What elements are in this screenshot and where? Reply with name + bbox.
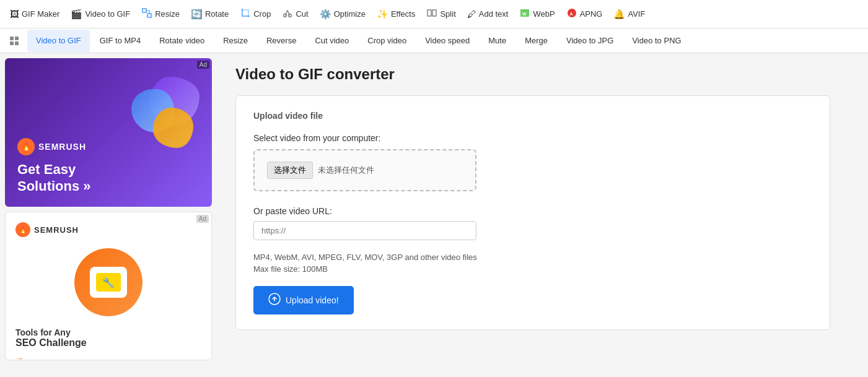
formats-text: MP4, WebM, AVI, MPEG, FLV, MOV, 3GP and … — [253, 253, 812, 262]
file-size-text: Max file size: 100MB — [253, 264, 812, 274]
crop-icon — [240, 7, 251, 20]
toolbar-add-text-label: Add text — [479, 9, 509, 19]
svg-text:W: W — [522, 12, 527, 16]
file-input-area: 选择文件 未选择任何文件 — [253, 149, 476, 191]
toolbar-resize[interactable]: Resize — [136, 4, 185, 24]
semrush-icon-1: 🔥 — [17, 138, 35, 155]
effects-icon: ✨ — [377, 9, 388, 20]
svg-rect-5 — [432, 10, 436, 16]
toolbar-crop-label: Crop — [253, 9, 271, 19]
subnav-tab-resize[interactable]: Resize — [214, 30, 256, 52]
toolbar-apng[interactable]: A APNG — [561, 4, 608, 24]
toolbar-rotate-label: Rotate — [205, 9, 229, 19]
ad-banner-1: Ad 🔥 SEMRUSH Get EasySolutions » — [5, 58, 212, 207]
toolbar-optimize[interactable]: ⚙️ Optimize — [315, 5, 370, 24]
no-file-text: 未选择任何文件 — [318, 165, 374, 176]
resize-icon — [141, 7, 152, 20]
subnav-tab-video-speed[interactable]: Video speed — [416, 30, 478, 52]
toolbar-split-label: Split — [440, 9, 455, 19]
main-toolbar: 🖼 GIF Maker 🎬 Video to GIF Resize 🔄 Rota… — [0, 0, 868, 28]
ad1-headline: Get EasySolutions » — [17, 162, 199, 194]
toolbar-video-to-gif[interactable]: 🎬 Video to GIF — [66, 5, 135, 24]
blob-orange — [153, 108, 193, 148]
cut-icon — [282, 7, 293, 20]
url-label: Or paste video URL: — [253, 206, 812, 216]
subnav-grid-icon[interactable] — [5, 32, 24, 50]
ad1-label: Ad — [197, 61, 209, 69]
svg-rect-11 — [15, 37, 19, 40]
toolbar-add-text[interactable]: 🖊 Add text — [462, 5, 514, 23]
toolbar-effects-label: Effects — [391, 9, 416, 19]
video-to-gif-icon: 🎬 — [71, 9, 82, 20]
toolbar-effects[interactable]: ✨ Effects — [372, 5, 421, 24]
svg-rect-0 — [142, 9, 146, 12]
semrush-logo-2: 🔥 SEMRUSH — [15, 222, 79, 237]
optimize-icon: ⚙️ — [320, 9, 331, 20]
subnav-tab-reverse[interactable]: Reverse — [258, 30, 305, 52]
add-text-icon: 🖊 — [467, 9, 476, 19]
ad2-cta-arrow: → — [15, 353, 24, 360]
url-input[interactable] — [253, 221, 476, 240]
upload-card-title: Upload video file — [253, 111, 812, 121]
svg-rect-1 — [147, 14, 151, 17]
toolbar-cut[interactable]: Cut — [277, 4, 313, 24]
semrush-name-1: SEMRUSH — [38, 142, 86, 152]
svg-rect-4 — [427, 10, 431, 16]
toolbar-optimize-label: Optimize — [334, 9, 366, 19]
upload-button[interactable]: Upload video! — [253, 286, 354, 314]
toolbar-video-to-gif-label: Video to GIF — [85, 9, 130, 19]
split-icon — [426, 7, 437, 20]
semrush-name-2: SEMRUSH — [34, 225, 79, 235]
toolbar-resize-label: Resize — [155, 9, 180, 19]
subnav-tab-mute[interactable]: Mute — [480, 30, 515, 52]
ad-banner-2: Ad 🔥 SEMRUSH 🔧 Tools for Any SEO Challen… — [5, 212, 212, 360]
select-file-label: Select video from your computer: — [253, 133, 812, 143]
toolbar-gif-maker-label: GIF Maker — [22, 9, 59, 19]
ad2-cta[interactable]: → — [15, 353, 24, 360]
ad2-texts: Tools for Any SEO Challenge — [15, 327, 87, 349]
sidebar: Ad 🔥 SEMRUSH Get EasySolutions » Ad 🔥 SE… — [0, 53, 217, 377]
toolbar-rotate[interactable]: 🔄 Rotate — [186, 5, 234, 24]
toolbar-cut-label: Cut — [296, 9, 308, 19]
webp-icon: W — [519, 7, 530, 20]
choose-file-button[interactable]: 选择文件 — [267, 162, 313, 179]
toolbar-split[interactable]: Split — [421, 4, 460, 24]
subnav-tab-video-to-gif[interactable]: Video to GIF — [27, 30, 90, 52]
subnav-tab-video-to-png[interactable]: Video to PNG — [623, 30, 690, 52]
toolbar-webp[interactable]: W WebP — [514, 4, 559, 24]
svg-rect-10 — [10, 37, 14, 40]
toolbar-avif[interactable]: 🔔 AVIF — [608, 5, 650, 24]
content-area: Video to GIF converter Upload video file… — [217, 53, 868, 377]
main-layout: Ad 🔥 SEMRUSH Get EasySolutions » Ad 🔥 SE… — [0, 53, 868, 377]
subnav-tab-rotate-video[interactable]: Rotate video — [151, 30, 213, 52]
subnav: Video to GIF GIF to MP4 Rotate video Res… — [0, 28, 868, 53]
toolbar-avif-label: AVIF — [628, 9, 645, 19]
upload-icon — [268, 293, 281, 308]
subnav-tab-video-to-jpg[interactable]: Video to JPG — [558, 30, 622, 52]
ad2-subheadline: SEO Challenge — [15, 337, 87, 349]
subnav-tab-crop-video[interactable]: Crop video — [359, 30, 415, 52]
svg-text:A: A — [569, 12, 572, 16]
upload-card: Upload video file Select video from your… — [235, 95, 830, 330]
ad2-label: Ad — [196, 215, 209, 223]
upload-button-label: Upload video! — [286, 295, 339, 305]
subnav-tab-cut-video[interactable]: Cut video — [306, 30, 357, 52]
avif-icon: 🔔 — [613, 9, 625, 20]
gif-maker-icon: 🖼 — [10, 9, 19, 19]
toolbar-apng-label: APNG — [580, 9, 603, 19]
page-title: Video to GIF converter — [235, 66, 849, 83]
semrush-icon-2: 🔥 — [15, 222, 30, 237]
rotate-icon: 🔄 — [191, 9, 203, 20]
toolbar-crop[interactable]: Crop — [235, 4, 276, 24]
svg-rect-13 — [15, 41, 19, 45]
subnav-tab-merge[interactable]: Merge — [516, 30, 556, 52]
ad2-headline: Tools for Any — [15, 327, 87, 337]
subnav-tab-gif-to-mp4[interactable]: GIF to MP4 — [91, 30, 149, 52]
toolbar-webp-label: WebP — [533, 9, 555, 19]
svg-rect-12 — [10, 41, 14, 45]
ad1-blobs — [119, 77, 199, 151]
toolbar-gif-maker[interactable]: 🖼 GIF Maker — [5, 5, 64, 23]
ad2-illustration: 🔧 — [15, 248, 201, 316]
apng-icon: A — [566, 7, 577, 20]
